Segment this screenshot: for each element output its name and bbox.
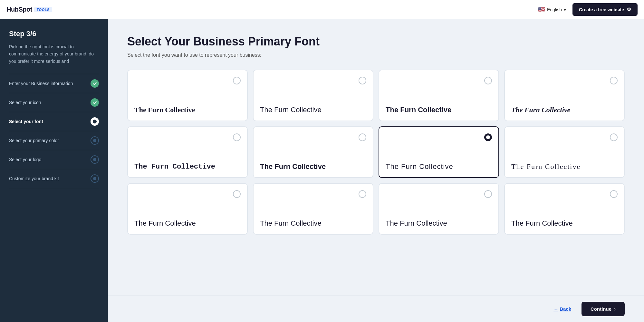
font-radio-10[interactable] <box>484 190 492 198</box>
sidebar-item-color[interactable]: Select your primary color <box>9 131 99 150</box>
font-card-3[interactable]: The Furn Collective <box>504 70 625 121</box>
pending-icon-brandkit <box>91 174 99 183</box>
continue-button[interactable]: Continue › <box>582 302 625 316</box>
font-radio-9[interactable] <box>359 190 366 198</box>
font-card-1[interactable]: The Furn Collective <box>253 70 373 121</box>
font-radio-5[interactable] <box>359 133 366 141</box>
font-card-11[interactable]: The Furn Collective <box>504 183 625 235</box>
font-sample-7: The Furn Collective <box>511 159 618 171</box>
font-card-7[interactable]: The Furn Collective <box>504 126 625 178</box>
create-btn-label: Create a free website <box>579 7 624 12</box>
font-sample-9: The Furn Collective <box>260 215 366 228</box>
font-sample-1: The Furn Collective <box>260 102 366 114</box>
sidebar-item-label-brandkit: Customize your brand kit <box>9 176 59 181</box>
font-radio-8[interactable] <box>233 190 241 198</box>
font-card-2[interactable]: The Furn Collective <box>379 70 499 121</box>
font-radio-4[interactable] <box>233 133 241 141</box>
sidebar-item-label-font: Select your font <box>9 119 43 124</box>
font-card-5[interactable]: The Furn Collective <box>253 126 373 178</box>
font-radio-11[interactable] <box>610 190 618 198</box>
sidebar-item-icon[interactable]: Select your icon <box>9 93 99 112</box>
font-sample-3: The Furn Collective <box>511 102 618 114</box>
font-radio-1[interactable] <box>359 77 366 84</box>
continue-arrow-icon: › <box>614 306 616 312</box>
font-radio-3[interactable] <box>610 77 618 84</box>
header: HubSpot TOOLS 🇺🇸 English ▾ Create a free… <box>0 0 644 19</box>
sidebar-item-business-info[interactable]: Enter your Business information <box>9 74 99 93</box>
pending-icon-inner-brandkit <box>93 177 96 180</box>
footer: ← Back Continue › <box>108 296 644 322</box>
back-arrow-icon: ← <box>553 306 558 312</box>
page-subtitle: Select the font you want to use to repre… <box>127 52 625 58</box>
active-radio-inner <box>93 120 97 123</box>
sprocket-icon: ⚙ <box>627 6 631 13</box>
divider-7 <box>9 188 99 188</box>
font-card-10[interactable]: The Furn Collective <box>379 183 499 235</box>
font-radio-6[interactable] <box>484 133 492 141</box>
language-label: English <box>547 7 562 12</box>
sidebar: Step 3/6 Picking the right font is cruci… <box>0 19 108 322</box>
font-sample-8: The Furn Collective <box>134 215 241 228</box>
pending-icon-color <box>91 136 99 145</box>
step-description: Picking the right font is crucial to com… <box>9 43 99 65</box>
font-card-8[interactable]: The Furn Collective <box>127 183 248 235</box>
font-grid: The Furn Collective The Furn Collective … <box>127 70 625 235</box>
create-website-button[interactable]: Create a free website ⚙ <box>572 3 638 16</box>
sidebar-item-label-business-info: Enter your Business information <box>9 81 73 86</box>
hubspot-logo: HubSpot TOOLS <box>6 6 52 13</box>
font-radio-0[interactable] <box>233 77 241 84</box>
back-button[interactable]: ← Back <box>553 306 571 312</box>
font-sample-10: The Furn Collective <box>386 215 492 228</box>
font-sample-0: The Furn Collective <box>134 102 241 114</box>
font-sample-6: The Furn Collective <box>386 159 492 171</box>
font-radio-7[interactable] <box>610 133 618 141</box>
language-selector[interactable]: 🇺🇸 English ▾ <box>538 6 566 13</box>
sidebar-item-font[interactable]: Select your font <box>9 112 99 131</box>
sidebar-item-brandkit[interactable]: Customize your brand kit <box>9 169 99 188</box>
pending-icon-inner-logo <box>93 158 96 161</box>
font-sample-5: The Furn Collective <box>260 159 366 171</box>
check-icon-icon <box>91 98 99 107</box>
page-title: Select Your Business Primary Font <box>127 35 625 48</box>
font-card-0[interactable]: The Furn Collective <box>127 70 248 121</box>
font-sample-4: The Furn Collective <box>134 159 241 171</box>
font-card-4[interactable]: The Furn Collective <box>127 126 248 178</box>
font-sample-11: The Furn Collective <box>511 215 618 228</box>
sidebar-item-label-icon: Select your icon <box>9 100 41 105</box>
check-icon-business-info <box>91 79 99 88</box>
sidebar-item-label-logo: Select your logo <box>9 157 41 162</box>
tools-badge: TOOLS <box>34 7 52 12</box>
pending-icon-logo <box>91 155 99 164</box>
header-logo-area: HubSpot TOOLS <box>6 6 52 13</box>
hubspot-wordmark: HubSpot <box>6 6 32 13</box>
flag-icon: 🇺🇸 <box>538 6 545 13</box>
main-layout: Step 3/6 Picking the right font is cruci… <box>0 19 644 322</box>
font-card-6[interactable]: The Furn Collective <box>379 126 499 178</box>
continue-label: Continue <box>591 306 611 312</box>
font-card-9[interactable]: The Furn Collective <box>253 183 373 235</box>
step-label: Step 3/6 <box>9 30 99 38</box>
active-radio-font <box>91 117 99 126</box>
back-label: Back <box>560 306 571 312</box>
font-radio-2[interactable] <box>484 77 492 84</box>
main-content: Select Your Business Primary Font Select… <box>108 19 644 322</box>
sidebar-item-logo[interactable]: Select your logo <box>9 150 99 169</box>
sidebar-item-label-color: Select your primary color <box>9 138 59 143</box>
pending-icon-inner-color <box>93 139 96 142</box>
chevron-down-icon: ▾ <box>564 7 566 12</box>
font-sample-2: The Furn Collective <box>386 102 492 114</box>
